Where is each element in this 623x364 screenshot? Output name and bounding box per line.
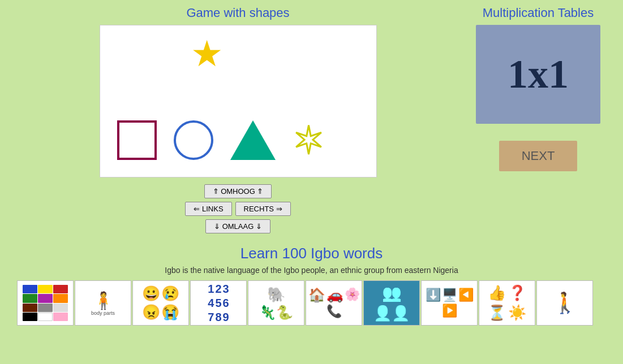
circle-shape (174, 120, 213, 160)
thumb-motion[interactable]: ⬇️ 🖥️ ◀️ ▶️ (421, 280, 478, 326)
multiplication-value: 1x1 (508, 51, 569, 98)
star-outline-shape: ✶ (293, 121, 325, 159)
thumb-body-parts[interactable]: 🧍 body parts (75, 280, 131, 326)
igbo-title: Learn 100 Igbo words (17, 245, 606, 262)
num-1: 1 (208, 283, 214, 296)
emotions-content: 😀 😢 😠 😭 (133, 285, 188, 321)
num-5: 5 (215, 297, 221, 310)
num-2: 2 (215, 283, 221, 296)
multiplication-display: 1x1 (476, 25, 600, 124)
time-content: 👍 ❓ ⏳ ☀️ (479, 284, 535, 322)
car-icon: 🚗 (326, 287, 343, 303)
color-grid (23, 285, 68, 321)
people-content: 👥 👤👤 (373, 284, 410, 322)
down-button[interactable]: ⇓ OMLAAG ⇓ (205, 219, 270, 233)
sun-icon: ☀️ (508, 304, 526, 322)
right-arrow-icon: ▶️ (442, 304, 457, 318)
cry-icon: 😢 (161, 285, 179, 302)
color-cell-pink (53, 313, 68, 321)
lr-row: ⇐ LINKS RECHTS ⇒ (185, 202, 290, 216)
color-cell-purple (38, 294, 53, 302)
num-8: 8 (215, 311, 221, 324)
thumb-numbers[interactable]: 1 2 3 4 5 6 7 8 9 (190, 280, 247, 326)
angry-icon: 😠 (142, 304, 160, 321)
right-panel: Multiplication Tables 1x1 NEXT (470, 6, 606, 233)
color-cell-gray (38, 304, 53, 312)
flower-icon: 🌸 (345, 287, 360, 303)
bottom-section: Learn 100 Igbo words Igbo is the native … (0, 239, 623, 326)
thumbnail-row: 🧍 body parts 😀 😢 😠 😭 1 2 3 4 5 6 7 (17, 280, 606, 326)
top-section: Game with shapes ★ ✶ ⇑ OMHOOG ⇑ ⇐ LINKS … (0, 0, 623, 239)
numbers-content: 1 2 3 4 5 6 7 8 9 (205, 280, 231, 326)
num-3: 3 (223, 283, 229, 296)
phone-icon: 📞 (326, 304, 342, 319)
people-row-icon: 👤👤 (373, 305, 410, 322)
color-cell-black (23, 313, 37, 321)
num-9: 9 (223, 311, 229, 324)
elephant-icon: 🐘 (267, 286, 285, 304)
sob-icon: 😭 (161, 304, 179, 321)
igbo-description: Igbo is the native language of the Igbo … (17, 266, 606, 275)
direction-controls: ⇑ OMHOOG ⇑ ⇐ LINKS RECHTS ⇒ ⇓ OMLAAG ⇓ (185, 184, 290, 233)
thumb-animals[interactable]: 🐘 🦎🐍 (248, 280, 304, 326)
body-parts-content: 🧍 body parts (91, 291, 115, 316)
thumb-people[interactable]: 👥 👤👤 (363, 280, 420, 326)
color-cell-yellow (38, 285, 53, 293)
color-cell-red (53, 285, 68, 293)
color-cell-white (38, 313, 53, 321)
body-label: body parts (91, 310, 115, 316)
triangle-shape (230, 120, 276, 160)
up-row: ⇑ OMHOOG ⇑ (204, 184, 272, 198)
thumbsup-icon: 👍 (488, 284, 506, 302)
house-content: 🏠 🚗 🌸 📞 (306, 287, 362, 319)
download-icon: ⬇️ (426, 288, 441, 302)
color-cell-lightgray (53, 304, 68, 312)
thumb-person-walk[interactable]: 🚶 (536, 280, 593, 326)
left-arrow-icon: ◀️ (458, 288, 474, 302)
screen-icon: 🖥️ (442, 288, 457, 302)
square-shape (117, 120, 157, 160)
thumb-time[interactable]: 👍 ❓ ⏳ ☀️ (479, 280, 535, 326)
game-title: Game with shapes (186, 6, 289, 20)
next-button[interactable]: NEXT (499, 141, 578, 171)
num-7: 7 (208, 311, 214, 324)
hourglass-icon: ⏳ (488, 304, 506, 322)
down-row: ⇓ OMLAAG ⇓ (205, 219, 270, 233)
color-cell-brown (23, 304, 37, 312)
thumb-colors[interactable] (17, 280, 74, 326)
color-cell-green (23, 294, 37, 302)
right-button[interactable]: RECHTS ⇒ (235, 202, 291, 216)
snake-icon: 🦎🐍 (259, 305, 293, 320)
animals-content: 🐘 🦎🐍 (259, 286, 293, 320)
color-cell-blue (23, 285, 37, 293)
shapes-row: ✶ (117, 120, 325, 160)
left-button[interactable]: ⇐ LINKS (185, 202, 231, 216)
left-panel: Game with shapes ★ ✶ ⇑ OMHOOG ⇑ ⇐ LINKS … (17, 6, 459, 233)
num-6: 6 (223, 297, 229, 310)
smile-icon: 😀 (142, 285, 160, 302)
person-walking-icon: 🚶 (552, 291, 578, 315)
up-button[interactable]: ⇑ OMHOOG ⇑ (204, 184, 272, 198)
shapes-canvas: ★ ✶ (100, 25, 377, 177)
num-4: 4 (208, 297, 214, 310)
people-group-icon: 👥 (382, 284, 402, 302)
color-cell-orange (53, 294, 68, 302)
question-icon: ❓ (508, 284, 526, 302)
motion-content: ⬇️ 🖥️ ◀️ ▶️ (422, 288, 477, 318)
house-icon: 🏠 (308, 287, 325, 303)
person-figure-icon: 🧍 (93, 291, 114, 310)
thumb-emotions[interactable]: 😀 😢 😠 😭 (132, 280, 189, 326)
multiplication-title: Multiplication Tables (483, 6, 594, 20)
thumb-house[interactable]: 🏠 🚗 🌸 📞 (306, 280, 362, 326)
